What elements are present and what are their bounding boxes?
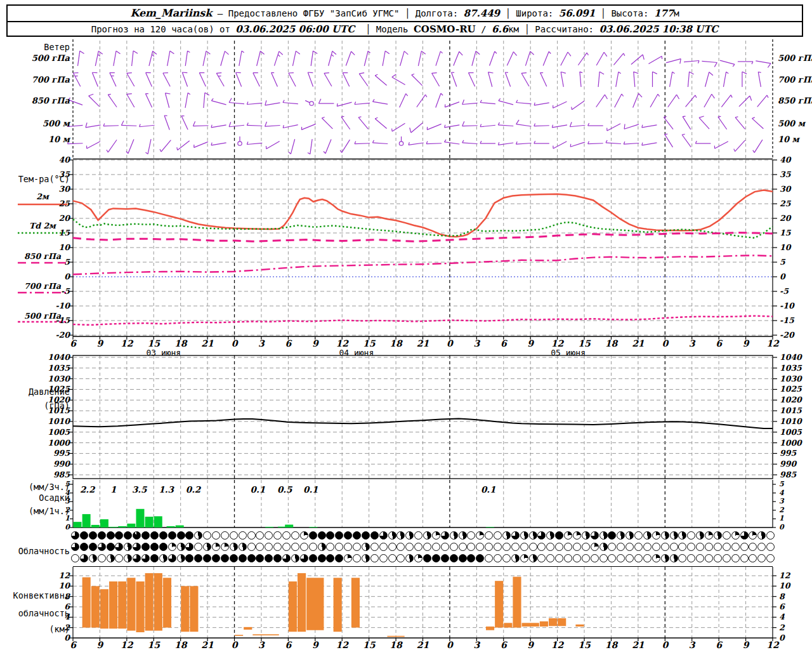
cloud-circle-lower [388,554,396,562]
cloud-circle-upper [582,531,590,540]
barb-staff [342,140,350,152]
barb-feather [373,99,375,102]
barb-feather [750,96,752,101]
temp-ytick-label-left: 0 [0,272,70,281]
wind-barb [738,62,753,64]
precip-bar [118,526,126,527]
barb-feather [587,53,588,55]
barb-staff [182,72,187,87]
wind-barb [624,124,639,129]
barb-feather [211,98,213,100]
wind-barb [74,73,81,87]
barb-staff [516,143,532,145]
wind-barb [634,72,639,87]
barb-staff [631,55,643,64]
barb-staff [108,140,117,152]
barb-feather [521,73,527,74]
barb-staff [146,72,152,86]
barb-feather [677,95,679,99]
barb-feather [572,107,572,109]
barb-staff [715,142,728,149]
cloud-circle-lower [353,554,361,562]
cloud-circle-upper [459,531,467,540]
wind-barb [720,60,735,67]
barb-staff [462,126,478,126]
barb-staff [165,93,169,108]
barb-feather [480,141,481,143]
temp-ytick-label-left: 20 [0,213,70,223]
barb-staff [329,51,332,66]
barb-staff [570,125,585,127]
barb-staff [683,117,691,129]
barb-feather [108,94,110,95]
barb-staff [266,142,280,149]
cloud-circle-upper [370,531,379,540]
barb-staff [634,72,635,87]
barb-staff [417,95,426,107]
temp-ytick-label-right: 40 [780,155,790,164]
wind-barb [68,124,83,126]
barb-staff [705,72,709,87]
barb-staff [375,76,386,85]
wind-level-label-right: 850 гПа [778,96,812,105]
wind-barb [553,142,566,149]
barb-feather [462,121,464,126]
wind-barb [756,61,771,68]
cloud-circle-upper [159,531,167,540]
wind-barb [525,51,534,66]
cloud-circle-upper [212,531,220,540]
wind-barb [505,72,510,87]
pressure-ytick-label-right: 1030 [780,374,802,383]
wind-barb [578,53,588,65]
wind-barb [695,141,710,143]
barb-staff [607,124,620,131]
bottom-hour-label: 9 [737,640,755,650]
barb-staff [364,51,368,66]
barb-staff [375,119,386,128]
barb-feather [193,121,195,126]
cloud-circle-upper [714,531,722,540]
cloud-circle-middle [141,543,150,551]
wind-barb [146,72,152,86]
conv-cloud-bar [540,621,548,627]
conv-cloud-bar [82,577,91,627]
barb-staff [145,94,152,108]
cloud-circle-lower [634,554,643,562]
cloud-circle-lower [309,554,317,562]
barb-staff [103,126,119,126]
hour-label: 12 [118,338,136,348]
barb-feather [359,73,364,74]
barb-feather [495,51,497,53]
temp-ytick-label-left: -5 [0,286,70,296]
barb-feather [278,55,280,56]
cloud-circle-upper [71,531,79,540]
pressure-ytick-label-right: 1000 [780,438,802,448]
barb-feather [332,51,336,55]
wind-barb [400,51,409,66]
barb-staff [392,77,405,85]
barb-staff [324,73,332,86]
barb-staff [68,125,83,126]
precip-ytick-label-left: 2 [0,506,70,514]
bottom-hour-label: 15 [575,640,593,650]
precip-bar [100,519,108,527]
barb-feather [404,51,408,55]
cloud-circle-lower [520,554,528,562]
temp-ytick-label-right: 30 [780,184,790,194]
wind-barb [650,94,660,107]
wind-barb [185,51,190,66]
cloud-circle-upper [591,531,599,540]
wind-barb [596,95,608,107]
barb-staff [301,124,315,129]
precip-bar [486,527,494,527]
barb-staff [418,51,421,65]
cloud-circle-lower [714,554,722,562]
barb-staff [436,51,440,66]
wind-barb [742,72,747,87]
bottom-hour-label: 3 [468,640,485,650]
wind-barb [266,142,279,149]
conv-cloud-bar [495,581,503,628]
precip-bar [127,524,135,527]
conv-ytick-label-right: 8 [779,592,785,601]
wind-barb [358,117,368,129]
